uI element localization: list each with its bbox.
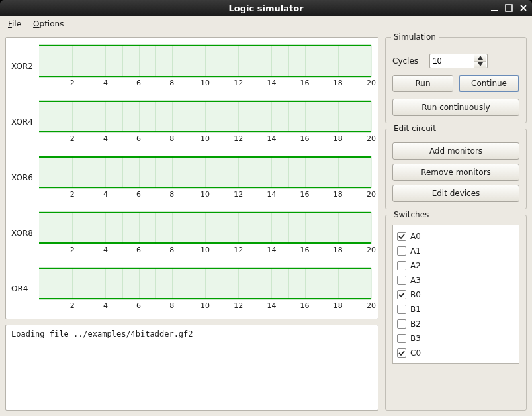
cycles-row: Cycles (392, 54, 519, 68)
svg-rect-1 (506, 5, 512, 11)
waveform-tick: 16 (300, 246, 310, 254)
switch-item[interactable]: A2 (397, 258, 515, 273)
switch-label: B0 (410, 290, 421, 299)
edit-circuit-group: Edit circuit Add monitors Remove monitor… (385, 129, 527, 209)
waveform-tick: 20 (367, 301, 376, 310)
switch-label: B1 (410, 305, 421, 314)
waveform-tick: 16 (300, 134, 310, 143)
log-text: Loading file ../examples/4bitadder.gf2 (11, 329, 193, 338)
waveform-tick: 10 (200, 246, 210, 254)
waveform-tick: 18 (333, 246, 343, 254)
menubar: File Options (0, 16, 532, 32)
waveform-tick: 6 (136, 246, 141, 254)
maximize-button[interactable] (504, 3, 513, 13)
waveform-label: OR4 (10, 284, 39, 293)
cycles-down-button[interactable] (474, 62, 486, 68)
waveform-axis: 2468101214161820 (39, 246, 371, 255)
waveform-tick: 12 (234, 134, 243, 143)
waveform-tick: 18 (333, 134, 343, 143)
run-button[interactable]: Run (392, 75, 453, 92)
switch-label: A0 (410, 232, 421, 241)
waveform-tick: 18 (333, 190, 343, 199)
switch-label: A1 (410, 246, 421, 256)
switch-checkbox[interactable] (397, 261, 406, 270)
switch-label: A2 (410, 261, 421, 270)
add-monitors-button[interactable]: Add monitors (392, 142, 519, 160)
waveform-tick: 12 (234, 79, 243, 87)
continue-button[interactable]: Continue (459, 75, 519, 92)
waveform-tick: 16 (300, 190, 310, 199)
waveform-signal (39, 100, 371, 133)
simulation-title: Simulation (391, 32, 439, 42)
waveform-box: 2468101214161820 (39, 156, 371, 199)
minimize-button[interactable] (490, 3, 499, 13)
waveform-tick: 4 (103, 79, 108, 87)
cycles-spinner[interactable] (429, 54, 488, 68)
switch-checkbox[interactable] (397, 246, 406, 256)
switch-list[interactable]: A0A1A2A3B0B1B2B3C0 (392, 225, 519, 364)
switch-item[interactable]: C0 (397, 346, 515, 360)
switch-checkbox[interactable] (397, 348, 406, 358)
edit-circuit-title: Edit circuit (391, 124, 439, 133)
switch-label: B2 (410, 319, 421, 329)
waveform-tick: 20 (367, 190, 376, 199)
edit-devices-button[interactable]: Edit devices (392, 185, 519, 202)
waveform-box: 2468101214161820 (39, 44, 371, 88)
waveform-tick: 2 (70, 190, 75, 199)
cycles-input[interactable] (430, 54, 474, 68)
switch-checkbox[interactable] (397, 290, 406, 299)
switch-item[interactable]: A3 (397, 273, 515, 287)
switch-item[interactable]: B2 (397, 317, 515, 331)
waveform-axis: 2468101214161820 (39, 301, 371, 311)
switch-item[interactable]: A1 (397, 244, 515, 258)
waveform-box: 2468101214161820 (39, 211, 371, 255)
waveform-tick: 20 (367, 134, 376, 143)
switch-item[interactable]: B1 (397, 302, 515, 317)
titlebar: Logic simulator (0, 0, 532, 16)
switch-item[interactable]: B0 (397, 287, 515, 302)
waveform-tick: 10 (200, 190, 210, 199)
switch-checkbox[interactable] (397, 232, 406, 241)
switch-checkbox[interactable] (397, 334, 406, 343)
log-panel[interactable]: Loading file ../examples/4bitadder.gf2 (5, 325, 378, 411)
menu-options[interactable]: Options (29, 18, 67, 30)
waveform-tick: 14 (267, 190, 276, 199)
content: XOR22468101214161820XOR42468101214161820… (0, 32, 532, 416)
waveform-tick: 14 (267, 301, 276, 310)
waveform-signal (39, 156, 371, 189)
waveform-signal (39, 44, 371, 78)
waveform-tick: 8 (169, 79, 174, 87)
cycles-up-button[interactable] (474, 54, 486, 62)
menu-file[interactable]: File (4, 18, 25, 30)
waveform-row: XOR82468101214161820 (10, 211, 371, 255)
window-body: File Options XOR22468101214161820XOR4246… (0, 16, 532, 416)
waveform-label: XOR2 (10, 62, 39, 71)
remove-monitors-button[interactable]: Remove monitors (392, 164, 519, 181)
cycles-spin-buttons (474, 54, 486, 68)
waveform-tick: 12 (234, 246, 243, 254)
switch-item[interactable]: A0 (397, 229, 515, 244)
waveform-label: XOR6 (10, 173, 39, 182)
switch-checkbox[interactable] (397, 305, 406, 314)
waveform-row: XOR22468101214161820 (10, 44, 371, 88)
close-button[interactable] (519, 3, 528, 13)
waveform-tick: 6 (136, 301, 141, 310)
waveform-tick: 14 (267, 134, 276, 143)
waveform-tick: 4 (103, 301, 108, 310)
run-continuously-button[interactable]: Run continuously (392, 99, 519, 116)
waveform-tick: 20 (367, 246, 376, 254)
waveform-label: XOR4 (10, 117, 39, 127)
waveform-tick: 8 (169, 301, 174, 310)
waveform-tick: 18 (333, 79, 343, 87)
waveform-tick: 14 (267, 246, 276, 254)
waveform-tick: 12 (234, 190, 243, 199)
switch-item[interactable]: B3 (397, 331, 515, 346)
switch-label: C0 (410, 348, 421, 358)
waveform-tick: 18 (333, 301, 343, 310)
switch-checkbox[interactable] (397, 319, 406, 329)
waveform-axis: 2468101214161820 (39, 79, 371, 88)
waveform-tick: 12 (234, 301, 243, 310)
svg-rect-0 (491, 10, 498, 11)
switch-checkbox[interactable] (397, 276, 406, 285)
waveform-tick: 4 (103, 246, 108, 254)
